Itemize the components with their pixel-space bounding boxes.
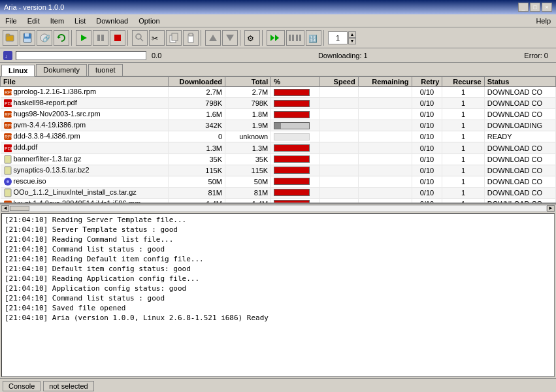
toolbar-add-url-button[interactable]: 🔗 — [37, 30, 52, 46]
progress-bar-container — [16, 51, 146, 60]
download-tbody: RPMgprolog-1.2.16-1.i386.rpm 2.7M 2.7M 0… — [1, 87, 556, 204]
toolbar-settings-button[interactable]: ⚙ — [244, 30, 260, 46]
spinner-up-button[interactable]: ▲ — [348, 31, 356, 38]
table-row[interactable]: PDFhaskell98-report.pdf 798K 798K 0/10 1… — [1, 98, 556, 109]
download-table-container[interactable]: File Downloaded Total % Speed Remaining … — [0, 76, 556, 204]
log-entry: [21:04:10] Command list status : good — [5, 293, 551, 303]
table-row[interactable]: synaptics-0.13.5.tar.bz2 115K 115K 0/10 … — [1, 165, 556, 176]
cell-status: DOWNLOAD CO — [484, 154, 555, 165]
cell-total: 1.4M — [225, 198, 271, 204]
title-bar: Aria - version 1.0.0 _ □ × — [0, 0, 556, 14]
toolbar-save-button[interactable] — [20, 30, 35, 46]
scroll-track[interactable] — [9, 205, 547, 212]
log-entry: [21:04:10] Default item config status: g… — [5, 264, 551, 274]
cell-percent — [271, 142, 320, 154]
menu-item[interactable]: Item — [48, 16, 67, 25]
toolbar-search-button[interactable] — [132, 30, 148, 46]
table-row[interactable]: PDFddd.pdf 1.3M 1.3M 0/10 1 DOWNLOAD CO — [1, 142, 556, 154]
table-row[interactable]: RPMpvm-3.4.4-19.i386.rpm 342K 1.9M 0/10 … — [1, 120, 556, 131]
table-row[interactable]: bannerfilter-1.3.tar.gz 35K 35K 0/10 1 D… — [1, 154, 556, 165]
svg-line-13 — [140, 39, 143, 41]
menu-bar: File Edit Item List Download Option Help — [0, 14, 556, 27]
cell-speed — [320, 98, 359, 109]
table-row[interactable]: RPMhugs98-Nov2003-1.src.rpm 1.6M 1.8M 0/… — [1, 109, 556, 120]
cell-speed — [320, 165, 359, 176]
svg-marker-23 — [275, 35, 279, 41]
scroll-left-button[interactable]: ◄ — [1, 205, 9, 212]
table-row[interactable]: OOo_1.1.2_LinuxIntel_install_cs.tar.gz 8… — [1, 187, 556, 198]
selected-tab[interactable]: not selected — [43, 381, 93, 391]
svg-marker-22 — [270, 35, 274, 41]
spinner-down-button[interactable]: ▼ — [348, 38, 356, 44]
cell-recurse: 1 — [442, 131, 484, 142]
toolbar-start-all-button[interactable] — [267, 30, 285, 46]
cell-recurse: 1 — [442, 198, 484, 204]
horizontal-scrollbar[interactable]: ◄ ► — [0, 204, 556, 212]
toolbar-stop-button[interactable] — [110, 30, 125, 46]
svg-text:↓: ↓ — [5, 53, 8, 59]
menu-option[interactable]: Option — [136, 16, 162, 25]
progress-icon: ↓ — [3, 50, 13, 61]
log-entry: [21:04:10] Aria (version 1.0.0, Linux 2.… — [5, 313, 551, 323]
cell-file: RPMpvm-3.4.4-19.i386.rpm — [1, 120, 169, 131]
cell-downloaded: 798K — [168, 98, 225, 109]
tab-tuonet[interactable]: tuonet — [88, 64, 123, 76]
cell-downloaded: 0 — [168, 131, 225, 142]
menu-edit[interactable]: Edit — [25, 16, 42, 25]
toolbar-pause-all-button[interactable] — [286, 30, 304, 46]
toolbar-spinner: 1 ▲ ▼ — [328, 31, 356, 44]
table-row[interactable]: RPMddd-3.3.8-4.i386.rpm 0 unknown 0/10 1… — [1, 131, 556, 142]
cell-total: 35K — [225, 154, 271, 165]
toolbar-down-button[interactable] — [222, 30, 238, 46]
svg-text:RPM: RPM — [5, 123, 12, 128]
menu-list[interactable]: List — [72, 16, 88, 25]
table-row[interactable]: rescue.iso 50M 50M 0/10 1 DOWNLOAD CO — [1, 176, 556, 187]
toolbar-copy-button[interactable] — [166, 30, 182, 46]
tab-dokumenty[interactable]: Dokumenty — [36, 64, 87, 76]
cell-downloaded: 1.4M — [168, 198, 225, 204]
toolbar-paste-button[interactable] — [183, 30, 199, 46]
cell-percent — [271, 131, 320, 142]
maximize-button[interactable]: □ — [530, 3, 540, 12]
table-row[interactable]: RPMlyx-qt-1.4.0cvs-20040514.il.fc1.i586.… — [1, 198, 556, 204]
tab-linux[interactable]: Linux — [1, 65, 35, 76]
svg-marker-7 — [58, 36, 61, 39]
cell-file: rescue.iso — [1, 176, 169, 187]
scroll-right-button[interactable]: ► — [547, 205, 555, 212]
svg-marker-20 — [226, 35, 234, 41]
toolbar-refresh-button[interactable] — [54, 30, 69, 46]
cell-speed — [320, 109, 359, 120]
cell-percent — [271, 109, 320, 120]
console-tab[interactable]: Console — [3, 381, 41, 391]
log-entry: [21:04:10] Reading Application config fi… — [5, 274, 551, 284]
minimize-button[interactable]: _ — [518, 3, 529, 12]
col-header-percent: % — [271, 77, 320, 87]
menu-help[interactable]: Help — [533, 16, 553, 25]
toolbar-pause-button[interactable] — [93, 30, 108, 46]
spinner-input[interactable]: 1 — [328, 31, 348, 44]
cell-remaining — [358, 120, 412, 131]
toolbar-up-button[interactable] — [205, 30, 221, 46]
menu-download[interactable]: Download — [93, 16, 131, 25]
toolbar-cut-button[interactable]: ✂ — [149, 30, 165, 46]
cell-remaining — [358, 87, 412, 98]
col-header-file: File — [1, 77, 169, 87]
cell-remaining — [358, 98, 412, 109]
cell-speed — [320, 87, 359, 98]
toolbar-open-button[interactable] — [3, 30, 18, 46]
cell-speed — [320, 120, 359, 131]
menu-file[interactable]: File — [3, 16, 20, 25]
toolbar-start-button[interactable] — [76, 30, 91, 46]
svg-text:🔗: 🔗 — [42, 34, 50, 42]
toolbar-list-button[interactable]: 🔢 — [306, 30, 321, 46]
cell-remaining — [358, 109, 412, 120]
status-error-text: Error: 0 — [524, 52, 548, 59]
cell-remaining — [358, 142, 412, 154]
toolbar-sep-3 — [201, 30, 203, 46]
cell-file: RPMhugs98-Nov2003-1.src.rpm — [1, 109, 169, 120]
close-button[interactable]: × — [542, 3, 552, 12]
table-row[interactable]: RPMgprolog-1.2.16-1.i386.rpm 2.7M 2.7M 0… — [1, 87, 556, 98]
scroll-thumb[interactable] — [10, 206, 29, 211]
cell-downloaded: 2.7M — [168, 87, 225, 98]
log-container[interactable]: [21:04:10] Reading Server Template file.… — [1, 213, 555, 377]
